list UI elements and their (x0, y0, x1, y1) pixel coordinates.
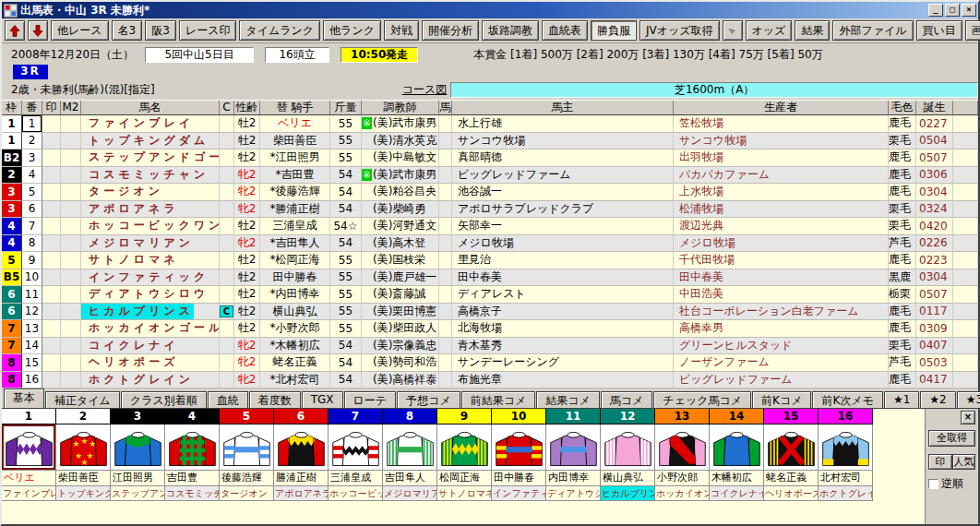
time-rank-button[interactable]: タイムランク (239, 20, 320, 41)
table-row[interactable]: 815ヘリオポーズ牝2蛯名正義54(美)勢司和浩サンデーレーシングノーザンファー… (2, 354, 978, 372)
breeder-cell: 出羽牧場 (674, 149, 889, 167)
course-map-link[interactable]: コース図 (402, 82, 448, 98)
silk-image-cell[interactable] (764, 424, 819, 471)
tab-着度数[interactable]: 着度数 (249, 391, 301, 408)
slope-training-button[interactable]: 坂路調教 (482, 20, 539, 41)
silks-number-cell[interactable]: 16 (819, 409, 873, 424)
table-row[interactable]: 713ホッカイオンゴール牡2*小野次郎55(美)柴田政人北海牧場高橋幸男鹿毛03… (2, 320, 978, 338)
popularity-sort-button[interactable]: 人気 (952, 454, 976, 470)
trainer-cell: ※(美)武市康男 (362, 115, 439, 133)
silks-number-cell[interactable]: 13 (655, 409, 710, 424)
nav-down-button[interactable] (28, 20, 48, 41)
fetch-all-button[interactable]: 全取得 (928, 430, 975, 447)
silks-number-cell[interactable]: 1 (2, 409, 56, 424)
tab-★3[interactable]: ★3 (957, 391, 980, 408)
silks-jockey-cell: 北村宏司 (819, 471, 873, 486)
maximize-button[interactable]: □ (945, 4, 960, 17)
silk-image-cell[interactable] (165, 424, 220, 471)
silks-number-cell[interactable]: 15 (764, 409, 819, 424)
silk-image-cell[interactable] (2, 424, 56, 471)
tab-馬コメ[interactable]: 馬コメ (601, 391, 653, 408)
other-rank-button[interactable]: 他ランク (323, 20, 381, 41)
silks-number-cell[interactable]: 8 (383, 409, 437, 424)
silks-number-cell[interactable]: 10 (492, 409, 546, 424)
table-row[interactable]: 48メジロマリアン牝2*吉田隼人54(美)高木登メジロ牧場メジロ牧場芦毛0226 (2, 235, 978, 253)
table-row[interactable]: 11ファインブレイ牡2ベリエ55※(美)武市康男水上行雄笠松牧場鹿毛0227 (2, 115, 978, 133)
versus-button[interactable]: 対戦 (384, 20, 419, 41)
tab-血統[interactable]: 血統 (208, 391, 248, 408)
close-button[interactable]: × (962, 4, 976, 17)
silks-number-cell[interactable]: 14 (710, 409, 764, 424)
pedigree-table-button[interactable]: 血統表 (542, 20, 588, 41)
table-row[interactable]: B23ステップアンドゴー牡2*江田照男55(美)中島敏文真部晴徳出羽牧場鹿毛05… (2, 149, 978, 167)
tab-前結果コメ[interactable]: 前結果コメ (461, 391, 536, 408)
silk-image-cell[interactable] (437, 424, 492, 471)
nav-up-button[interactable] (5, 20, 25, 41)
bets-button[interactable]: 買い目 (916, 20, 962, 41)
tab-★1[interactable]: ★1 (884, 391, 919, 408)
silks-number-cell[interactable]: 3 (111, 409, 165, 424)
tab-結果コメ[interactable]: 結果コメ (536, 391, 600, 408)
tab-TGX[interactable]: TGX (302, 391, 343, 408)
silk-image-cell[interactable] (546, 424, 601, 471)
coat-color-cell: 鹿毛 (889, 304, 916, 321)
silks-number-cell[interactable]: 12 (601, 409, 655, 424)
silks-number-cell[interactable]: 4 (165, 409, 220, 424)
silk-image-cell[interactable]: ★★★★★★ (56, 424, 111, 471)
tab-クラス別着順[interactable]: クラス別着順 (121, 391, 207, 408)
table-row[interactable]: 47ホッコービックワン牡2三浦皇成54☆(美)河野通文矢部幸一渡辺光典栗毛042… (2, 218, 978, 235)
table-row[interactable]: 612ヒカルプリンスC牡2横山典弘55(美)栗田博憲高橋京子社台コーポレーション… (2, 304, 978, 321)
silk-image-cell[interactable] (819, 424, 873, 471)
race-mark-button[interactable]: レース印 (179, 20, 237, 41)
tab-チェック馬コメ[interactable]: チェック馬コメ (653, 391, 751, 408)
screen-switch-button[interactable]: 画面換 (965, 20, 980, 41)
table-row[interactable]: 714コイクレナイ牝2*木幡初広54(美)宗像義忠青木基秀グリーンヒルスタッド栗… (2, 338, 978, 355)
reverse-order-checkbox[interactable] (928, 479, 938, 489)
tab-前K次メモ[interactable]: 前K次メモ (812, 391, 882, 408)
jv-odds-fetch-button[interactable]: JVオッズ取得 (639, 20, 720, 41)
silks-number-cell[interactable]: 5 (220, 409, 274, 424)
mei3-button[interactable]: 名3 (112, 20, 143, 41)
tab-基本[interactable]: 基本 (4, 389, 44, 408)
silks-number-cell[interactable]: 11 (546, 409, 601, 424)
column-header-誕生: 誕生 (916, 101, 953, 115)
table-row[interactable]: 59サトノロマネ牡2*松岡正海55(美)国枝栄里見治千代田牧場鹿毛0223 (2, 252, 978, 269)
silk-image-cell[interactable] (492, 424, 546, 471)
table-row[interactable]: 35タージオン牝2*後藤浩輝54(美)粕谷昌央池谷誠一上水牧場鹿毛0304 (2, 184, 978, 201)
minimize-button[interactable]: _ (928, 4, 943, 17)
silks-number-cell[interactable]: 2 (56, 409, 111, 424)
silk-image-cell[interactable] (601, 424, 655, 471)
birth-date-cell: 0420 (916, 218, 953, 235)
table-row[interactable]: 816ホクトグレイン牝2*北村宏司54(美)高橋祥泰布施光章ビッグレッドファーム… (2, 372, 978, 389)
external-file-button[interactable]: 外部ファイル (832, 20, 913, 41)
jv-odds-dropdown[interactable] (723, 20, 743, 41)
other-race-button[interactable]: 他レース (51, 20, 109, 41)
odds-button[interactable]: オッズ (746, 20, 793, 41)
silk-image-cell[interactable] (111, 424, 165, 471)
mark-sort-button[interactable]: 印 (928, 454, 952, 470)
tab-★2[interactable]: ★2 (920, 391, 955, 408)
tab-ローテ[interactable]: ローテ (344, 391, 397, 408)
silks-number-cell[interactable]: 6 (274, 409, 329, 424)
table-row[interactable]: 12トップキングダム牡2柴田善臣55(美)清水英克サンコウ牧場サンコウ牧場栗毛0… (2, 133, 978, 150)
silk-image-cell[interactable] (274, 424, 329, 471)
table-row[interactable]: 611ディアトウシロウ牡2*内田博幸55(美)斎藤誠ディアレスト中田浩美栃栗05… (2, 286, 978, 304)
silk-image-cell[interactable] (329, 424, 383, 471)
silks-close-button[interactable]: × (961, 411, 975, 424)
silk-image-cell[interactable] (383, 424, 437, 471)
silk-image-cell[interactable] (655, 424, 710, 471)
tab-予想コメ[interactable]: 予想コメ (397, 391, 460, 408)
silk-image-cell[interactable] (710, 424, 764, 471)
tab-補正タイム[interactable]: 補正タイム (45, 391, 120, 408)
silks-button[interactable]: 勝負服 (591, 20, 637, 41)
silks-number-cell[interactable]: 9 (437, 409, 492, 424)
silks-number-cell[interactable]: 7 (329, 409, 383, 424)
han3-button[interactable]: 阪3 (145, 20, 176, 41)
table-row[interactable]: 36アポロアネラ牝2*勝浦正樹54(美)柴崎勇アポロサラブレッドクラブ松浦牧場栗… (2, 201, 978, 219)
tab-前Kコメ[interactable]: 前Kコメ (752, 391, 811, 408)
results-button[interactable]: 結果 (795, 20, 830, 41)
silk-image-cell[interactable] (220, 424, 274, 471)
table-row[interactable]: 24コスモミッチャン牝2*吉田豊54※(美)武市康男ビッグレッドファームパカパカ… (2, 167, 978, 185)
meeting-analysis-button[interactable]: 開催分析 (422, 20, 479, 41)
table-row[interactable]: B510インファティック牡2田中勝春55(美)鹿戸雄一田中春美田中春美黒鹿030… (2, 269, 978, 287)
